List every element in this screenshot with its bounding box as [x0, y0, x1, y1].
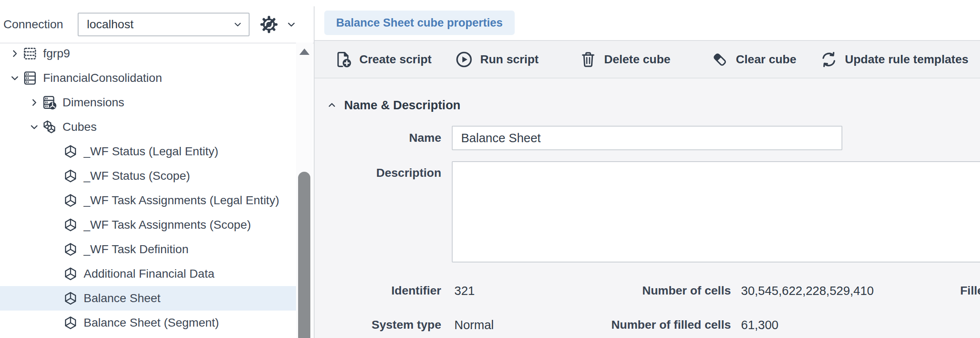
run-script-icon — [454, 50, 474, 69]
connection-dropdown-value: localhost — [87, 18, 134, 31]
tree-item-wf-task-assignments-legal-entity[interactable]: _WF Task Assignments (Legal Entity) — [0, 188, 297, 213]
scrollbar-thumb[interactable] — [298, 172, 310, 338]
tree-item-additional-financial-data[interactable]: Additional Financial Data — [0, 262, 297, 286]
cubes-icon — [41, 119, 57, 135]
chevron-right-icon[interactable] — [9, 48, 20, 59]
section-name-description[interactable]: Name & Description — [326, 95, 461, 115]
gear-icon[interactable] — [259, 14, 279, 35]
description-label: Description — [315, 161, 441, 180]
connection-header: Connection localhost — [0, 6, 314, 43]
tree-item-label: _WF Status (Scope) — [84, 169, 190, 183]
update-rule-templates-button[interactable]: Update rule templates — [819, 50, 969, 69]
cube-icon — [62, 315, 79, 331]
tree-item-wf-task-definition[interactable]: _WF Task Definition — [0, 237, 297, 262]
identifier-value: 321 — [454, 279, 475, 303]
database-dashed-icon — [22, 46, 38, 62]
system-type-value: Normal — [454, 313, 494, 337]
tab-label: Balance Sheet cube properties — [336, 16, 503, 30]
toolbar: Create script Run script Delete cube Cle… — [315, 41, 980, 78]
toolbar-button-label: Delete cube — [604, 53, 671, 66]
properties-panel: Balance Sheet cube properties Create scr… — [315, 6, 980, 338]
tree-item-dimensions[interactable]: Dimensions — [0, 90, 297, 115]
tree-item-label: FinancialConsolidation — [43, 71, 162, 85]
tree-item-label: _WF Status (Legal Entity) — [84, 145, 218, 158]
stats-row-2: System type Normal Number of filled cell… — [315, 313, 980, 337]
refresh-icon — [819, 50, 839, 69]
delete-cube-button[interactable]: Delete cube — [578, 50, 671, 69]
tree-item-label: _WF Task Assignments (Scope) — [84, 218, 251, 232]
database-icon — [22, 70, 38, 86]
cube-icon — [62, 217, 79, 233]
tree-item-label: fgrp9 — [43, 47, 70, 60]
connection-tree: fgrp9 FinancialConsolidation Dimensions … — [0, 41, 297, 338]
toolbar-button-label: Run script — [480, 53, 538, 66]
number-of-filled-cells-label: Number of filled cells — [604, 313, 731, 337]
eraser-icon — [710, 50, 730, 69]
cube-icon — [62, 192, 79, 208]
name-label: Name — [315, 126, 441, 150]
tree-scrollbar[interactable] — [296, 43, 313, 338]
tree-item-wf-status-legal-entity[interactable]: _WF Status (Legal Entity) — [0, 139, 297, 164]
chevron-up-icon — [326, 100, 337, 111]
tree-item-balance-sheet[interactable]: Balance Sheet — [0, 286, 297, 311]
tree-item-label: Cubes — [62, 120, 97, 134]
chevron-down-icon[interactable] — [29, 122, 40, 132]
cube-icon — [62, 143, 79, 160]
description-input[interactable] — [452, 161, 980, 262]
cube-icon — [62, 266, 79, 282]
tree-item-wf-status-scope[interactable]: _WF Status (Scope) — [0, 164, 297, 188]
tree-item-label: _WF Task Assignments (Legal Entity) — [84, 194, 279, 207]
stats-row-1: Identifier 321 Number of cells 30,545,62… — [315, 279, 980, 303]
chevron-down-icon[interactable] — [286, 19, 297, 30]
chevron-down-icon[interactable] — [9, 73, 20, 84]
cube-icon — [62, 290, 79, 306]
tree-item-label: Balance Sheet (Segment) — [84, 316, 219, 330]
tab-bar: Balance Sheet cube properties — [315, 6, 980, 41]
create-script-icon — [334, 50, 353, 69]
cube-icon — [62, 168, 79, 184]
toolbar-button-label: Clear cube — [736, 53, 796, 66]
dimensions-icon — [41, 95, 57, 111]
toolbar-button-label: Create script — [359, 53, 432, 66]
tree-item-label: _WF Task Definition — [84, 243, 188, 256]
tree-item-financialconsolidation[interactable]: FinancialConsolidation — [0, 66, 297, 90]
create-script-button[interactable]: Create script — [334, 50, 432, 69]
description-row: Description — [315, 161, 980, 262]
connection-dropdown[interactable]: localhost — [78, 13, 250, 36]
tree-item-label: Dimensions — [62, 96, 124, 109]
connection-label: Connection — [3, 18, 63, 31]
identifier-label: Identifier — [315, 279, 441, 303]
tree-item-balance-sheet-segment[interactable]: Balance Sheet (Segment) — [0, 311, 297, 335]
clear-cube-button[interactable]: Clear cube — [710, 50, 796, 69]
name-input[interactable] — [452, 126, 842, 150]
number-of-cells-value: 30,545,622,228,529,410 — [741, 279, 874, 303]
chevron-down-icon — [233, 19, 243, 30]
run-script-button[interactable]: Run script — [454, 50, 538, 69]
tab-cube-properties[interactable]: Balance Sheet cube properties — [324, 11, 515, 35]
tree-item-wf-task-assignments-scope[interactable]: _WF Task Assignments (Scope) — [0, 213, 297, 237]
tree-item-label: Balance Sheet — [84, 292, 160, 305]
toolbar-button-label: Update rule templates — [845, 53, 969, 66]
modeler-window: Connection localhost fgrp9 FinancialCons… — [0, 0, 980, 338]
number-of-cells-label: Number of cells — [604, 279, 731, 303]
chevron-right-icon[interactable] — [29, 97, 40, 108]
trash-icon — [578, 50, 598, 69]
scrollbar-up-arrow[interactable] — [299, 49, 309, 55]
properties-content: Name & Description Name Description Iden… — [315, 78, 980, 338]
cube-icon — [62, 241, 79, 257]
name-row: Name — [315, 126, 842, 150]
system-type-label: System type — [315, 313, 441, 337]
section-title: Name & Description — [344, 98, 461, 112]
connection-sidebar: Connection localhost fgrp9 FinancialCons… — [0, 6, 315, 338]
tree-item-label: Additional Financial Data — [84, 267, 214, 281]
tree-item-fgrp9[interactable]: fgrp9 — [0, 41, 297, 66]
number-of-filled-cells-value: 61,300 — [741, 313, 779, 337]
tree-item-cubes[interactable]: Cubes — [0, 115, 297, 139]
filled-label: Filled — [960, 279, 980, 303]
